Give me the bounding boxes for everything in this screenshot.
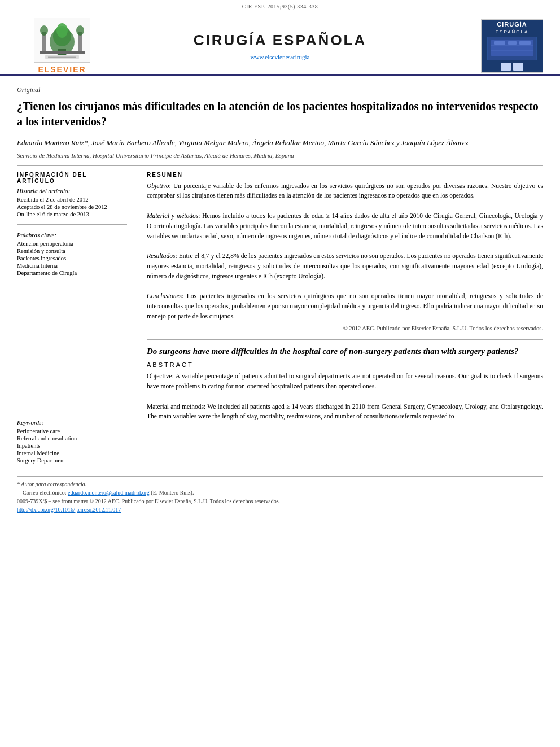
keyword-1: Atención perioperatoria — [17, 241, 127, 247]
author-note-text: * Autor para correspondencia. — [17, 481, 86, 487]
email-person: (E. Montero Ruiz). — [151, 490, 194, 496]
abstract-label-en: ABSTRACT — [147, 361, 543, 368]
english-section: Do surgeons have more difficulties in th… — [147, 339, 543, 422]
svg-point-7 — [76, 25, 84, 36]
en-keyword-2: Referral and consultation — [17, 435, 127, 442]
article-title: ¿Tienen los cirujanos más dificultades e… — [17, 99, 543, 129]
svg-point-3 — [56, 23, 68, 38]
doi-link[interactable]: http://dx.doi.org/10.1016/j.ciresp.2012.… — [17, 506, 543, 513]
main-divider — [17, 165, 543, 166]
authors: Eduardo Montero Ruiz*, José María Barber… — [17, 137, 543, 148]
svg-rect-17 — [508, 41, 517, 45]
footer-section: * Autor para correspondencia. Correo ele… — [17, 476, 543, 513]
journal-cover: CIRUGÍA ESPAÑOLA — [481, 19, 543, 73]
keyword-3: Pacientes ingresados — [17, 255, 127, 261]
elsevier-brand: ELSEVIER — [38, 65, 86, 74]
cover-subtitle: ESPAÑOLA — [496, 29, 529, 34]
email-note: Correo electrónico: eduardo.montero@salu… — [17, 490, 543, 496]
right-column: RESUMEN Objetivo: Un porcentaje variable… — [147, 172, 543, 465]
resumen-text: Objetivo: Un porcentaje variable de los … — [147, 181, 543, 322]
keyword-5: Departamento de Cirugía — [17, 270, 127, 276]
en-keyword-1: Perioperative care — [17, 428, 127, 434]
svg-rect-8 — [40, 51, 85, 54]
material-label-es: Material y métodos — [147, 212, 198, 219]
material-text-es: Hemos incluido a todos los pacientes de … — [147, 212, 543, 239]
resultados-text: Entre el 8,7 y el 22,8% de los pacientes… — [147, 252, 543, 279]
en-keyword-4: Internal Medicine — [17, 450, 127, 456]
article-info-label: INFORMACIÓN DEL ARTÍCULO — [17, 172, 127, 184]
affiliation: Servicio de Medicina Interna, Hospital U… — [17, 152, 543, 159]
svg-rect-18 — [519, 41, 531, 45]
header: ELSEVIER CIRUGÍA ESPAÑOLA www.elsevier.e… — [0, 12, 560, 76]
left-column: INFORMACIÓN DEL ARTÍCULO Historia del ar… — [17, 172, 135, 465]
keyword-2: Remisión y consulta — [17, 248, 127, 254]
top-bar: CIR ESP. 2015;93(5):334-338 — [0, 0, 560, 12]
left-divider-2 — [17, 283, 127, 283]
cover-title: CIRUGÍA — [497, 21, 527, 28]
journal-cover-block: CIRUGÍA ESPAÑOLA — [453, 19, 543, 73]
en-material-text: We included all patients aged ≥ 14 years… — [147, 403, 543, 420]
objetivo-text: Un porcentaje variable de los enfermos i… — [147, 182, 543, 199]
author-note: * Autor para correspondencia. — [17, 481, 543, 487]
copyright-text: © 2012 AEC. Publicado por Elsevier Españ… — [147, 325, 543, 331]
received-date: Recibido el 2 de abril de 2012 — [17, 196, 127, 203]
elsevier-logo-block: ELSEVIER — [17, 18, 107, 74]
left-divider-1 — [17, 224, 127, 225]
journal-url[interactable]: www.elsevier.es/cirugia — [107, 54, 453, 60]
en-objective-label: Objective — [147, 373, 172, 379]
svg-rect-11 — [48, 57, 76, 58]
cover-image — [487, 37, 537, 60]
en-material-label: Material and methods — [147, 403, 204, 410]
journal-reference: CIR ESP. 2015;93(5):334-338 — [242, 3, 318, 10]
article-type: Original — [17, 86, 543, 94]
online-date: On-line el 6 de marzo de 2013 — [17, 211, 127, 217]
en-keyword-5: Surgery Department — [17, 457, 127, 464]
issn-line: 0009-739X/$ – see front matter © 2012 AE… — [17, 498, 543, 504]
svg-rect-10 — [48, 56, 76, 57]
objetivo-label: Objetivo — [147, 182, 169, 189]
email-link[interactable]: eduardo.montero@salud.madrid.org — [68, 490, 150, 496]
elsevier-tree-image — [34, 18, 90, 63]
accepted-date: Aceptado el 28 de noviembre de 2012 — [17, 204, 127, 210]
resumen-label: RESUMEN — [147, 172, 543, 178]
en-keyword-3: Inpatients — [17, 443, 127, 449]
english-abstract: Objective: A variable percentage of pati… — [147, 372, 543, 422]
resultados-label: Resultados — [147, 252, 175, 259]
svg-rect-16 — [494, 41, 505, 45]
journal-name: CIRUGÍA ESPAÑOLA — [107, 32, 453, 49]
journal-title-block: CIRUGÍA ESPAÑOLA www.elsevier.es/cirugia — [107, 32, 453, 60]
history-label: Historia del artículo: — [17, 187, 127, 194]
en-objective-text: A variable percentage of patients admitt… — [147, 373, 543, 390]
email-label: Correo electrónico: — [23, 490, 66, 496]
keywords-label-en: Keywords: — [17, 419, 127, 426]
english-title: Do surgeons have more difficulties in th… — [147, 346, 543, 357]
conclusiones-text: Los pacientes ingresados en los servicio… — [147, 292, 543, 320]
keyword-4: Medicina Interna — [17, 263, 127, 269]
svg-point-5 — [40, 25, 48, 36]
cover-icons — [501, 63, 523, 71]
keywords-label-es: Palabras clave: — [17, 231, 127, 238]
conclusiones-label: Conclusiones — [147, 292, 182, 299]
